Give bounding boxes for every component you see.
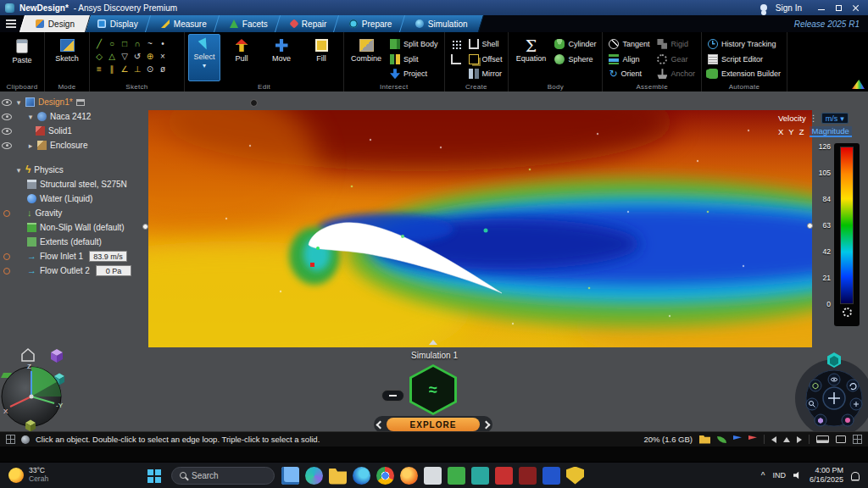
gear-button[interactable]: Gear (654, 52, 698, 67)
visibility-eye-icon[interactable] (2, 99, 12, 106)
home-icon[interactable] (22, 349, 34, 361)
tree-item-design[interactable]: ▾ Design1* (2, 95, 154, 109)
rigid-button[interactable]: Rigid (654, 36, 698, 52)
tree-item-wall[interactable]: Non-Slip Wall (default) (2, 220, 154, 235)
taskbar-search[interactable]: Search (171, 467, 275, 485)
blue-flag-icon[interactable] (733, 435, 742, 443)
orientation-widget[interactable]: Z X -Y (0, 342, 97, 437)
selection-filter-icon[interactable] (6, 435, 15, 444)
offset-button[interactable]: Offset (466, 52, 505, 67)
explore-stage-button[interactable]: Explore (387, 418, 480, 431)
tab-display[interactable]: Display (81, 15, 154, 32)
red-flag-icon[interactable] (748, 435, 757, 443)
sketch-concentric-tool[interactable]: ⊙ (144, 63, 156, 75)
tree-item-physics[interactable]: ▾ ϟ Physics (2, 163, 154, 177)
display-icon[interactable] (836, 435, 846, 443)
sketch-mode-button[interactable]: Sketch (48, 34, 86, 81)
start-button[interactable] (142, 464, 164, 486)
tree-item-enclosure[interactable]: ▸ Enclosure (2, 138, 154, 152)
eco-leaf-icon[interactable] (717, 436, 726, 443)
colorbar-settings-icon[interactable] (843, 308, 852, 317)
align-button[interactable]: Align (606, 52, 652, 67)
app-icon-teal[interactable] (471, 467, 489, 485)
isometric-view-button[interactable] (810, 380, 821, 391)
app-icon-red[interactable] (495, 467, 513, 485)
tree-item-extents[interactable]: Extents (default) (2, 235, 154, 249)
taskbar-clock[interactable]: 4:00 PM 6/16/2025 (810, 466, 843, 485)
keyboard-icon[interactable] (816, 435, 829, 443)
selection-handle-top[interactable] (250, 99, 258, 107)
legend-component-magnitude[interactable]: Magnitude (810, 126, 852, 137)
legend-component-x[interactable]: X (778, 127, 783, 136)
condition-ring-icon[interactable] (3, 253, 10, 260)
app-icon-blue[interactable] (542, 467, 560, 485)
tab-prepare[interactable]: Prepare (333, 15, 409, 32)
snap-icon[interactable] (21, 435, 30, 444)
sphere-button[interactable]: Sphere (552, 52, 598, 67)
app-icon-maroon[interactable] (519, 467, 537, 485)
step-back-icon[interactable] (771, 436, 776, 443)
select-button[interactable]: Select▾ (188, 34, 220, 81)
visibility-eye-icon[interactable] (2, 114, 12, 120)
sketch-angle-tool[interactable]: ∠ (119, 63, 131, 75)
tree-item-gravity[interactable]: ↓ Gravity (2, 206, 154, 220)
task-view-icon[interactable] (281, 467, 299, 485)
tree-item-flow-inlet[interactable]: → Flow Inlet 1 83.9 m/s (2, 249, 154, 263)
sign-in-button[interactable]: Sign In (776, 3, 802, 13)
timeline-marker[interactable] (429, 340, 437, 345)
script-editor-button[interactable]: Script Editor (705, 52, 783, 67)
stage-collapse-button[interactable] (381, 390, 404, 402)
zoom-button[interactable] (806, 398, 818, 410)
app-icon-white[interactable] (424, 467, 442, 485)
tab-simulation[interactable]: Simulation (399, 15, 484, 32)
sketch-undo-tool[interactable]: ↺ (131, 50, 143, 62)
split-body-button[interactable]: Split Body (387, 36, 441, 52)
edge-browser-icon[interactable] (353, 467, 370, 485)
grid-icon[interactable] (853, 435, 862, 444)
cube-icon-purple[interactable] (51, 349, 63, 363)
copilot-icon[interactable] (305, 467, 323, 485)
equation-button[interactable]: ΣEquation (512, 34, 549, 81)
tab-measure[interactable]: Measure (145, 15, 223, 32)
sketch-offset-tool[interactable]: ⊕ (144, 50, 156, 62)
minimize-button[interactable] (814, 2, 829, 14)
tangent-button[interactable]: Tangent (606, 36, 652, 52)
view-tools-widget[interactable] (787, 349, 868, 442)
stage-hexagon-button[interactable]: ≈ (409, 364, 457, 415)
sketch-point-tool[interactable]: • (157, 37, 169, 49)
legend-component-z[interactable]: Z (799, 127, 804, 136)
sketch-diameter-tool[interactable]: ø (157, 63, 169, 75)
app-icon-green[interactable] (448, 467, 465, 485)
sketch-parallel-tool[interactable]: ∥ (106, 63, 118, 75)
weather-widget[interactable]: 33°C Cerah (8, 467, 48, 484)
expand-caret-icon[interactable]: ▾ (15, 166, 22, 175)
cylinder-button[interactable]: Cylinder (552, 36, 598, 52)
datum-axis-button[interactable] (448, 52, 464, 67)
sketch-equal-tool[interactable]: ≡ (93, 63, 105, 75)
tree-item-fluid[interactable]: Water (Liquid) (2, 191, 154, 206)
anchor-button[interactable]: Anchor (654, 66, 698, 81)
tab-facets[interactable]: Facets (214, 15, 284, 32)
tab-repair[interactable]: Repair (275, 15, 343, 32)
step-up-icon[interactable] (783, 437, 790, 442)
step-forward-icon[interactable] (797, 436, 802, 443)
chrome-browser-icon[interactable] (376, 467, 394, 485)
firefox-browser-icon[interactable] (400, 467, 418, 485)
sketch-arc-tool[interactable]: ∩ (131, 37, 143, 49)
visibility-eye-icon[interactable] (2, 142, 12, 149)
mirror-button[interactable]: Mirror (466, 66, 505, 81)
paste-button[interactable]: Paste (3, 34, 41, 81)
datum-points-button[interactable] (448, 36, 464, 52)
sketch-rectangle-tool[interactable]: □ (119, 37, 131, 49)
flow-outlet-value[interactable]: 0 Pa (96, 265, 131, 276)
sketch-triangle-tool[interactable]: △ (106, 50, 118, 62)
sketch-trim-tool[interactable]: × (157, 50, 169, 62)
shell-button[interactable]: Shell (466, 36, 505, 52)
sketch-perpendicular-tool[interactable]: ⊥ (131, 63, 143, 75)
fill-button[interactable]: Fill (303, 34, 340, 81)
tray-overflow-caret-icon[interactable]: ^ (761, 471, 765, 480)
visibility-eye-icon[interactable] (2, 128, 12, 135)
flow-inlet-value[interactable]: 83.9 m/s (89, 251, 127, 262)
volume-icon[interactable] (793, 471, 802, 480)
legend-menu-icon[interactable]: ⋮ (810, 114, 818, 123)
